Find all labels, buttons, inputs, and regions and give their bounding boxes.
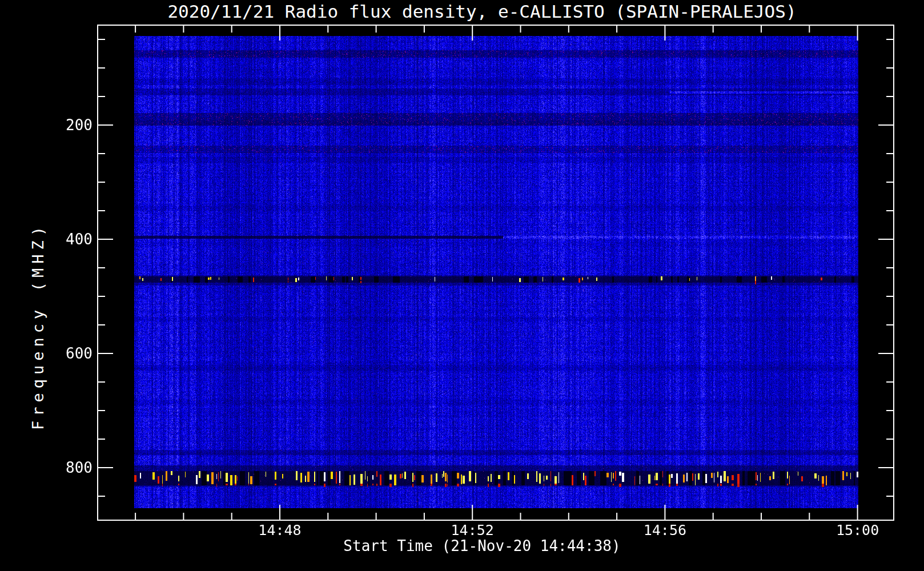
- spectrogram-page: 2020/11/21 Radio flux density, e-CALLIST…: [0, 0, 924, 571]
- y-tick-label: 400: [24, 231, 93, 248]
- y-tick-label: 200: [24, 116, 93, 134]
- x-tick-label: 14:56: [644, 522, 686, 539]
- x-tick-label: 14:48: [258, 522, 301, 539]
- x-tick-label: 14:52: [451, 522, 494, 539]
- y-tick-label: 600: [24, 345, 93, 362]
- x-tick-label: 15:00: [836, 522, 879, 539]
- axes-frame-and-ticks: [0, 0, 924, 571]
- y-tick-label: 800: [24, 459, 93, 476]
- x-axis-label: Start Time (21-Nov-20 14:44:38): [343, 537, 620, 554]
